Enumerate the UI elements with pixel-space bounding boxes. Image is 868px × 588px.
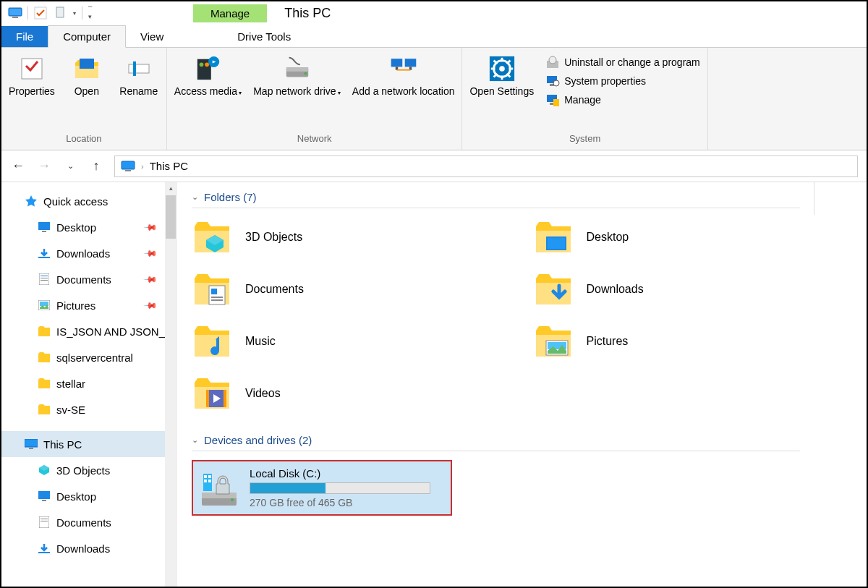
svg-point-22 (499, 66, 505, 72)
svg-rect-63 (211, 299, 223, 301)
sidebar-this-pc[interactable]: This PC (1, 431, 176, 457)
svg-point-11 (199, 62, 203, 67)
this-pc-icon (25, 438, 38, 451)
svg-rect-17 (404, 59, 416, 67)
scrollbar[interactable]: ▴ (165, 182, 176, 587)
tab-file[interactable]: File (1, 26, 48, 47)
drive-icon (199, 468, 239, 508)
sidebar-downloads[interactable]: Downloads📌 (1, 240, 176, 266)
svg-rect-39 (122, 161, 135, 169)
sidebar-folder-ssc[interactable]: sqlservercentral (1, 344, 176, 370)
svg-rect-1 (9, 9, 21, 15)
drive-free-text: 270 GB free of 465 GB (250, 497, 445, 508)
chevron-down-icon: ⌄ (192, 192, 198, 202)
sidebar-folder-stellar[interactable]: stellar (1, 370, 176, 396)
open-label: Open (75, 85, 99, 97)
folder-documents[interactable]: Documents (192, 269, 511, 310)
address-bar[interactable]: › This PC (114, 155, 858, 177)
navigation-pane: ▴ Quick access Desktop📌 Downloads📌 Docum… (1, 182, 176, 587)
back-button[interactable]: ← (10, 158, 26, 174)
add-network-location-button[interactable]: Add a network location (352, 55, 455, 97)
svg-rect-56 (41, 521, 48, 521)
drive-local-disk-c[interactable]: Local Disk (C:) 270 GB free of 465 GB (192, 460, 452, 516)
picture-icon (38, 299, 51, 312)
folder-downloads[interactable]: Downloads (533, 269, 853, 310)
svg-rect-75 (204, 480, 207, 482)
sidebar-folder-isjson[interactable]: IS_JSON AND JSON_ (1, 318, 176, 344)
properties-button[interactable]: Properties (9, 55, 55, 97)
breadcrumb-separator-icon[interactable]: › (141, 162, 144, 171)
manage-button[interactable]: Manage (545, 93, 700, 107)
sidebar-pc-desktop[interactable]: Desktop (1, 483, 176, 509)
download-icon (38, 542, 51, 555)
svg-rect-67 (206, 390, 209, 407)
svg-rect-47 (41, 280, 48, 281)
scrollbar-thumb[interactable] (166, 195, 176, 239)
breadcrumb-this-pc[interactable]: This PC (150, 160, 188, 172)
svg-rect-38 (553, 99, 559, 106)
sidebar-pc-documents[interactable]: Documents (1, 509, 176, 535)
checkmark-icon[interactable] (33, 5, 48, 21)
svg-rect-14 (286, 67, 307, 72)
titlebar: ▾ ⎺▾ Manage This PC (1, 1, 867, 25)
3d-icon (38, 464, 51, 477)
open-button[interactable]: Open (67, 55, 107, 97)
svg-rect-7 (129, 64, 149, 73)
folder-pictures[interactable]: Pictures (533, 321, 853, 362)
svg-point-71 (231, 498, 234, 501)
forward-button[interactable]: → (36, 158, 52, 174)
window-title: This PC (284, 6, 331, 21)
svg-rect-60 (209, 286, 225, 304)
qat-dropdown-icon[interactable]: ▾ (73, 10, 76, 17)
this-pc-icon (121, 161, 135, 172)
map-drive-label: Map network drive ▾ (253, 85, 341, 97)
drive-name: Local Disk (C:) (250, 467, 445, 480)
folder-desktop[interactable]: Desktop (533, 217, 853, 257)
folder-icon (38, 325, 51, 338)
folder-music[interactable]: Music (192, 321, 511, 362)
system-properties-button[interactable]: System properties (545, 74, 700, 88)
content-pane: ⌄ Folders (7) 3D Objects Desktop Documen… (176, 182, 867, 587)
qat-customize-icon[interactable]: ⎺▾ (88, 6, 92, 20)
sidebar-pc-downloads[interactable]: Downloads (1, 535, 176, 561)
drives-section-header[interactable]: ⌄ Devices and drives (2) (192, 434, 800, 451)
up-button[interactable]: ↑ (88, 158, 104, 174)
sidebar-desktop[interactable]: Desktop📌 (1, 214, 176, 240)
svg-rect-51 (29, 448, 33, 449)
folder-icon (38, 377, 51, 390)
chevron-down-icon: ⌄ (192, 435, 198, 445)
sidebar-pictures[interactable]: Pictures📌 (1, 292, 176, 318)
desktop-icon (38, 221, 51, 234)
svg-rect-73 (204, 475, 207, 478)
sidebar-folder-svse[interactable]: sv-SE (1, 396, 176, 422)
folder-videos[interactable]: Videos (192, 373, 511, 414)
access-media-button[interactable]: Access media ▾ (174, 55, 242, 97)
svg-rect-43 (38, 257, 50, 258)
svg-rect-55 (41, 519, 48, 519)
svg-rect-57 (38, 552, 50, 553)
tab-drive-tools[interactable]: Drive Tools (223, 26, 305, 47)
folder-icon (38, 351, 51, 364)
open-settings-button[interactable]: Open Settings (469, 55, 534, 97)
uninstall-program-button[interactable]: Uninstall or change a program (545, 55, 700, 69)
tab-computer[interactable]: Computer (48, 25, 126, 48)
svg-rect-68 (224, 390, 226, 407)
sidebar-3d-objects[interactable]: 3D Objects (1, 457, 176, 483)
scroll-up-icon[interactable]: ▴ (165, 182, 176, 194)
download-icon (38, 247, 51, 260)
folders-section-header[interactable]: ⌄ Folders (7) (192, 191, 800, 208)
svg-rect-46 (41, 278, 48, 278)
rename-button[interactable]: Rename (119, 55, 159, 97)
sidebar-quick-access[interactable]: Quick access (1, 188, 176, 214)
document-icon (38, 516, 51, 529)
svg-rect-62 (211, 297, 223, 298)
sidebar-documents[interactable]: Documents📌 (1, 266, 176, 292)
svg-rect-8 (133, 61, 136, 76)
doc-dropdown-icon[interactable] (53, 5, 69, 21)
map-drive-button[interactable]: Map network drive ▾ (253, 55, 341, 97)
this-pc-icon[interactable] (7, 5, 23, 21)
quick-access-label: Quick access (43, 195, 108, 208)
folder-3d-objects[interactable]: 3D Objects (192, 217, 511, 257)
recent-dropdown-icon[interactable]: ⌄ (62, 161, 78, 171)
tab-view[interactable]: View (126, 26, 178, 47)
